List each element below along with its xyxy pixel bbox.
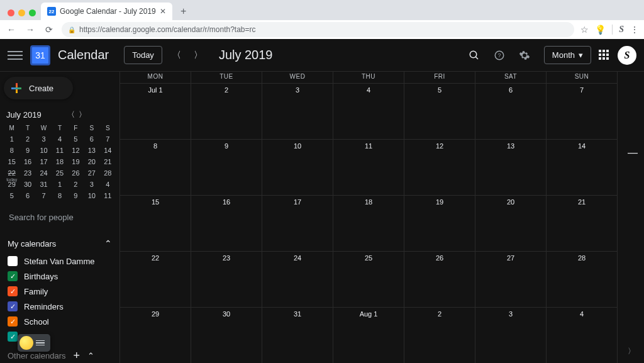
day-cell[interactable]: 29: [119, 307, 191, 363]
mini-day[interactable]: 26: [68, 167, 84, 179]
day-cell[interactable]: 31: [262, 307, 333, 363]
mini-day[interactable]: 18: [52, 156, 67, 167]
calendar-checkbox[interactable]: ✓: [8, 332, 18, 342]
mini-day[interactable]: 28: [100, 167, 116, 179]
mini-day[interactable]: 7: [36, 190, 52, 201]
mini-day[interactable]: 3: [84, 179, 99, 190]
close-tab-icon[interactable]: ✕: [160, 7, 166, 16]
menu-icon[interactable]: ⋮: [630, 25, 639, 35]
mini-day[interactable]: 12: [68, 145, 84, 156]
day-cell[interactable]: 25: [333, 251, 404, 307]
extension-icon[interactable]: 💡: [595, 25, 606, 35]
new-tab-button[interactable]: +: [176, 4, 191, 19]
day-cell[interactable]: 28: [546, 251, 617, 307]
day-cell[interactable]: 3: [262, 83, 333, 139]
day-cell[interactable]: 6: [475, 83, 546, 139]
side-panel-collapse[interactable]: —: [628, 147, 638, 159]
calendar-item[interactable]: ✓Birthdays: [4, 269, 116, 284]
mini-day[interactable]: 27: [84, 167, 99, 179]
mini-day[interactable]: 3: [36, 133, 52, 145]
mini-day[interactable]: 6: [84, 133, 99, 145]
mini-day[interactable]: 6: [19, 190, 35, 201]
mini-day[interactable]: 19: [68, 156, 84, 167]
day-cell[interactable]: 23: [191, 251, 262, 307]
mini-day[interactable]: 23: [19, 167, 35, 179]
mini-day[interactable]: 31: [36, 179, 52, 190]
profile-icon[interactable]: S: [619, 25, 624, 35]
mini-calendar[interactable]: MTWTFSS123456789101112131415161718192021…: [4, 123, 116, 201]
calendar-checkbox[interactable]: ✓: [8, 316, 18, 327]
day-cell[interactable]: 27: [475, 251, 546, 307]
day-cell[interactable]: 7: [546, 83, 617, 139]
calendar-item[interactable]: ✓Reminders: [4, 299, 116, 314]
calendar-checkbox[interactable]: ✓: [8, 286, 18, 296]
day-cell[interactable]: 20: [475, 195, 546, 251]
day-cell[interactable]: Jul 1: [119, 83, 191, 139]
day-cell[interactable]: 26: [404, 251, 475, 307]
mini-day[interactable]: 14: [100, 145, 116, 156]
add-calendar-button[interactable]: +: [74, 349, 80, 362]
mini-day[interactable]: 13: [84, 145, 99, 156]
day-cell[interactable]: 8: [119, 139, 191, 195]
mini-day[interactable]: 8: [52, 190, 67, 201]
back-button[interactable]: ←: [5, 25, 18, 35]
gear-icon[interactable]: [519, 50, 536, 61]
my-calendars-header[interactable]: My calendars ⌃: [4, 233, 116, 254]
day-cell[interactable]: 2: [191, 83, 262, 139]
day-cell[interactable]: 15: [119, 195, 191, 251]
day-cell[interactable]: 3: [475, 307, 546, 363]
mini-day[interactable]: 10: [36, 145, 52, 156]
calendar-item[interactable]: ✓School: [4, 314, 116, 329]
window-controls[interactable]: [5, 9, 41, 20]
minimize-window-icon[interactable]: [18, 9, 25, 16]
calendar-item[interactable]: ✓Family: [4, 284, 116, 299]
mini-day[interactable]: 11: [100, 190, 116, 201]
day-cell[interactable]: 11: [333, 139, 404, 195]
day-cell[interactable]: 17: [262, 195, 333, 251]
day-cell[interactable]: 4: [546, 307, 617, 363]
mini-day[interactable]: 8: [4, 145, 19, 156]
day-cell[interactable]: 12: [404, 139, 475, 195]
mini-day[interactable]: 11: [52, 145, 67, 156]
mini-day[interactable]: 1: [4, 133, 19, 145]
mini-day[interactable]: 2: [68, 179, 84, 190]
mini-day[interactable]: 30: [19, 179, 35, 190]
day-cell[interactable]: 9: [191, 139, 262, 195]
search-people-input[interactable]: Search for people: [4, 201, 116, 233]
mini-day[interactable]: 20: [84, 156, 99, 167]
view-switcher[interactable]: Month ▾: [544, 46, 591, 64]
mini-day[interactable]: 4: [52, 133, 67, 145]
google-apps-icon[interactable]: [599, 50, 610, 61]
mini-day[interactable]: 16: [19, 156, 35, 167]
mini-day[interactable]: 2: [19, 133, 35, 145]
calendar-checkbox[interactable]: [8, 256, 18, 266]
day-cell[interactable]: 30: [191, 307, 262, 363]
star-icon[interactable]: ☆: [580, 25, 589, 35]
mini-day[interactable]: 5: [68, 133, 84, 145]
reload-button[interactable]: ⟳: [43, 25, 55, 35]
mini-day[interactable]: 10: [84, 190, 99, 201]
mini-day[interactable]: 9: [19, 145, 35, 156]
day-cell[interactable]: 4: [333, 83, 404, 139]
day-cell[interactable]: 21: [546, 195, 617, 251]
day-cell[interactable]: 13: [475, 139, 546, 195]
calendar-checkbox[interactable]: ✓: [8, 271, 18, 281]
mini-day[interactable]: 7: [100, 133, 116, 145]
help-icon[interactable]: ?: [494, 50, 511, 61]
mini-day[interactable]: 15: [4, 156, 19, 167]
create-button[interactable]: Create: [4, 77, 73, 99]
day-cell[interactable]: 19: [404, 195, 475, 251]
address-bar[interactable]: 🔒 https://calendar.google.com/calendar/r…: [62, 22, 574, 37]
next-period-button[interactable]: 〉: [191, 50, 205, 61]
day-cell[interactable]: 16: [191, 195, 262, 251]
browser-tab[interactable]: 22 Google Calendar - July 2019 ✕: [41, 3, 172, 20]
today-button[interactable]: Today: [124, 46, 162, 64]
floating-widget[interactable]: [18, 334, 50, 352]
calendar-item[interactable]: Stefan Van Damme: [4, 254, 116, 269]
main-menu-button[interactable]: [8, 48, 23, 63]
day-cell[interactable]: 14: [546, 139, 617, 195]
show-side-panel-button[interactable]: 〉: [628, 346, 635, 357]
forward-button[interactable]: →: [24, 25, 36, 35]
day-cell[interactable]: 24: [262, 251, 333, 307]
mini-day[interactable]: 4: [100, 179, 116, 190]
